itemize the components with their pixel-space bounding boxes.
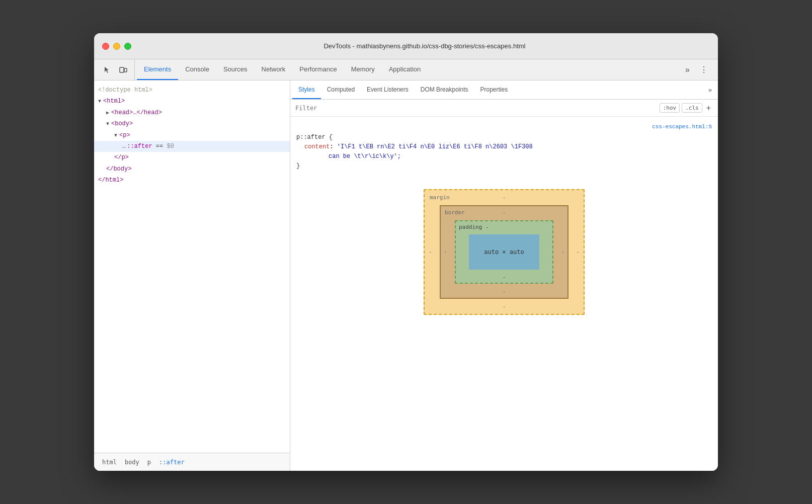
- css-prop-content: content: 'I\F1 t\EB rn\E2 ti\F4 n\E0 liz…: [296, 142, 712, 152]
- box-model-content: auto × auto: [469, 234, 539, 270]
- box-model-area: margin - - - - border - - - -: [296, 179, 712, 325]
- window-title: DevTools - mathiasbynens.github.io/css-d…: [139, 42, 710, 50]
- border-left[interactable]: -: [444, 248, 447, 257]
- border-top[interactable]: -: [503, 208, 506, 217]
- margin-label: margin: [430, 193, 450, 202]
- toolbar-icons: [96, 59, 135, 80]
- box-model-margin: margin - - - - border - - - -: [424, 189, 585, 315]
- dom-line-after[interactable]: …::after == $0: [94, 141, 290, 152]
- tab-sources[interactable]: Sources: [216, 59, 255, 80]
- settings-menu-button[interactable]: ⋮: [696, 63, 712, 76]
- breadcrumb-bar: html body p ::after: [94, 453, 290, 471]
- elements-panel: <!doctype html> ▼<html> ▶<head>…</head> …: [94, 80, 290, 471]
- content-dimensions[interactable]: auto × auto: [484, 247, 524, 257]
- padding-bottom[interactable]: -: [503, 273, 506, 282]
- toolbar-overflow: » ⋮: [677, 59, 716, 80]
- rule-close: }: [296, 161, 712, 171]
- breadcrumb-p[interactable]: p: [145, 458, 153, 467]
- padding-label: padding -: [459, 223, 489, 232]
- styles-panel: Styles Computed Event Listeners DOM Brea…: [290, 80, 718, 471]
- svg-rect-1: [124, 68, 127, 72]
- breadcrumb-body[interactable]: body: [123, 458, 141, 467]
- border-right[interactable]: -: [561, 248, 564, 257]
- prop-value-1: 'I\F1 t\EB rn\E2 ti\F4 n\E0 liz\E6 ti\F8…: [337, 143, 533, 150]
- box-model-container: margin - - - - border - - - -: [424, 189, 585, 315]
- dom-line-html[interactable]: ▼<html>: [94, 96, 290, 107]
- margin-top[interactable]: -: [503, 193, 506, 202]
- expand-icon: ▶: [106, 110, 109, 116]
- tab-console[interactable]: Console: [178, 59, 216, 80]
- prop-value-2: can be \t\r\ic\k\y';: [304, 153, 401, 160]
- dom-tree[interactable]: <!doctype html> ▼<html> ▶<head>…</head> …: [94, 80, 290, 453]
- add-style-button[interactable]: +: [704, 104, 713, 113]
- margin-bottom[interactable]: -: [503, 302, 506, 311]
- border-bottom[interactable]: -: [503, 287, 506, 296]
- margin-left[interactable]: -: [429, 248, 432, 257]
- breadcrumb-html[interactable]: html: [100, 458, 119, 467]
- dom-line-html-close: </html>: [94, 175, 290, 186]
- dom-line-p-close: </p>: [94, 152, 290, 163]
- traffic-lights: [102, 43, 131, 50]
- tab-network[interactable]: Network: [255, 59, 293, 80]
- devtools-window: DevTools - mathiasbynens.github.io/css-d…: [94, 33, 718, 471]
- filter-input[interactable]: [295, 105, 656, 112]
- filter-bar: :hov .cls +: [290, 100, 718, 117]
- styles-tab-event-listeners[interactable]: Event Listeners: [361, 80, 415, 99]
- box-model-border: border - - - - padding - -: [440, 205, 569, 299]
- cursor-icon[interactable]: [100, 63, 114, 77]
- rule-selector-line: p::after {: [296, 133, 712, 142]
- more-tabs-button[interactable]: »: [681, 63, 694, 76]
- css-content: css-escapes.html:5 p::after { content: '…: [290, 117, 718, 471]
- tab-application[interactable]: Application: [382, 59, 428, 80]
- maximize-button[interactable]: [124, 43, 131, 50]
- dom-line-p[interactable]: ▼<p>: [94, 130, 290, 141]
- expand-icon: ▼: [106, 121, 109, 127]
- svg-rect-0: [120, 67, 124, 72]
- dom-line-doctype: <!doctype html>: [94, 85, 290, 96]
- rule-selector: p::after {: [296, 134, 333, 141]
- expand-icon: ▼: [98, 99, 101, 104]
- dom-line-body-close: </body>: [94, 163, 290, 175]
- expand-icon: ▼: [114, 133, 117, 138]
- styles-tab-styles[interactable]: Styles: [292, 80, 321, 99]
- titlebar: DevTools - mathiasbynens.github.io/css-d…: [94, 33, 718, 59]
- tab-elements[interactable]: Elements: [137, 59, 178, 80]
- styles-tab-computed[interactable]: Computed: [321, 80, 361, 99]
- styles-tab-properties[interactable]: Properties: [474, 80, 514, 99]
- cls-button[interactable]: .cls: [682, 103, 702, 113]
- dom-line-head[interactable]: ▶<head>…</head>: [94, 107, 290, 118]
- prop-name: content: [304, 143, 330, 150]
- box-model-padding: padding - - auto × auto: [455, 220, 553, 284]
- minimize-button[interactable]: [113, 43, 120, 50]
- dom-line-body[interactable]: ▼<body>: [94, 118, 290, 129]
- border-label: border: [445, 208, 465, 217]
- rule-source[interactable]: css-escapes.html:5: [296, 123, 712, 132]
- breadcrumb-after[interactable]: ::after: [157, 458, 187, 467]
- filter-actions: :hov .cls +: [660, 103, 713, 113]
- tab-list: Elements Console Sources Network Perform…: [137, 59, 677, 80]
- tab-performance[interactable]: Performance: [292, 59, 344, 80]
- css-rule-block: css-escapes.html:5 p::after { content: '…: [296, 123, 712, 171]
- main-content: <!doctype html> ▼<html> ▶<head>…</head> …: [94, 80, 718, 471]
- device-toolbar-icon[interactable]: [116, 63, 130, 77]
- margin-right[interactable]: -: [576, 248, 580, 257]
- styles-tab-dom-breakpoints[interactable]: DOM Breakpoints: [415, 80, 474, 99]
- css-prop-content-2: can be \t\r\ic\k\y';: [296, 152, 712, 161]
- hov-button[interactable]: :hov: [660, 103, 680, 113]
- styles-tabs: Styles Computed Event Listeners DOM Brea…: [290, 80, 718, 100]
- tab-memory[interactable]: Memory: [344, 59, 382, 80]
- toolbar: Elements Console Sources Network Perform…: [94, 59, 718, 80]
- styles-tab-more[interactable]: »: [704, 80, 716, 99]
- close-button[interactable]: [102, 43, 109, 50]
